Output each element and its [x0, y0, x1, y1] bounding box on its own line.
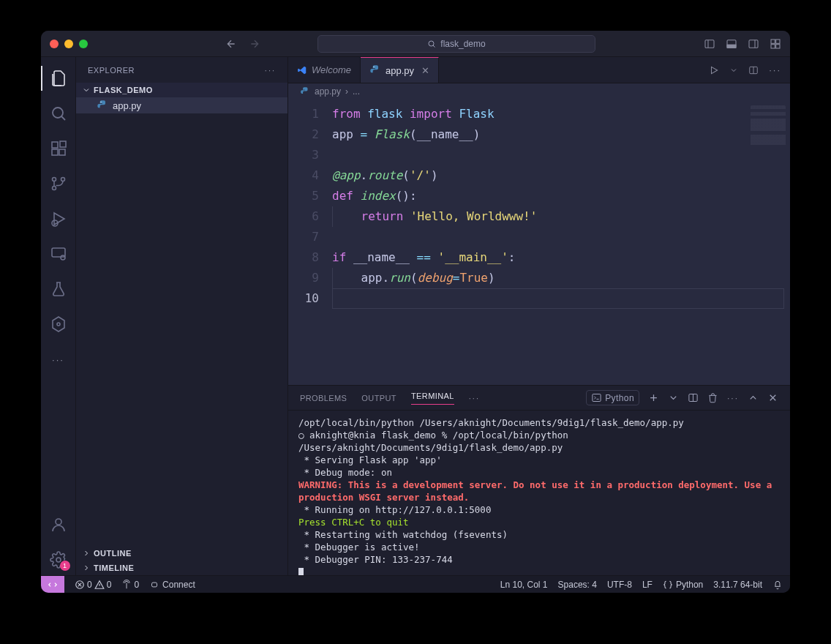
panel-tabs: PROBLEMS OUTPUT TERMINAL ··· Python ···	[288, 386, 790, 411]
branch-icon	[50, 175, 67, 192]
outline-label: OUTLINE	[94, 549, 132, 558]
editor-more-icon[interactable]: ···	[769, 64, 781, 75]
panel-tabs-more-icon[interactable]: ···	[469, 394, 480, 402]
editor-actions: ···	[700, 57, 790, 83]
sidebar-header: EXPLORER ···	[76, 57, 287, 83]
svg-point-9	[53, 108, 63, 118]
breadcrumb-file: app.py	[315, 86, 341, 97]
file-tree[interactable]: app.py	[76, 97, 287, 546]
close-window-button[interactable]	[50, 40, 59, 48]
nav-forward-icon[interactable]	[249, 38, 260, 50]
panel-tab-terminal[interactable]: TERMINAL	[411, 392, 454, 405]
python-file-icon	[369, 64, 381, 76]
status-connect[interactable]: Connect	[149, 580, 195, 590]
hexagon-icon	[50, 315, 67, 333]
activity-accounts[interactable]	[41, 509, 76, 540]
status-ports[interactable]: 0	[121, 580, 139, 590]
tab-app-py[interactable]: app.py ✕	[361, 57, 439, 83]
terminal-output[interactable]: /opt/local/bin/python /Users/aknight/Doc…	[288, 411, 790, 575]
chevron-down-icon[interactable]	[668, 392, 679, 403]
timeline-section[interactable]: TIMELINE	[76, 561, 287, 575]
close-panel-icon[interactable]	[767, 392, 778, 403]
activity-remote[interactable]	[41, 239, 76, 269]
run-icon[interactable]	[709, 65, 719, 75]
sidebar-more-icon[interactable]: ···	[265, 66, 276, 75]
folder-name: FLASK_DEMO	[94, 86, 153, 94]
editor-tabs: Welcome app.py ✕ ···	[288, 57, 790, 83]
titlebar: flask_demo	[41, 31, 790, 57]
ellipsis-icon: ···	[52, 354, 64, 365]
svg-point-16	[52, 187, 56, 190]
status-errors[interactable]: 0 0	[75, 580, 111, 590]
status-indent[interactable]: Spaces: 4	[558, 580, 597, 590]
outline-section[interactable]: OUTLINE	[76, 546, 287, 561]
chevron-up-icon[interactable]	[748, 392, 759, 403]
status-bar: 0 0 0 Connect Ln 10, Col 1 Spaces: 4 UTF…	[41, 575, 790, 593]
activity-search[interactable]	[41, 98, 76, 129]
activity-source-control[interactable]	[41, 168, 76, 199]
language-label: Python	[676, 580, 703, 590]
activity-testing[interactable]	[41, 274, 76, 304]
toggle-panel-right-icon[interactable]	[748, 38, 759, 50]
svg-rect-5	[771, 40, 775, 43]
nav-back-icon[interactable]	[225, 38, 237, 50]
split-terminal-icon[interactable]	[688, 392, 699, 403]
status-language[interactable]: Python	[663, 580, 703, 590]
toggle-panel-bottom-icon[interactable]	[726, 38, 737, 50]
bell-icon[interactable]	[772, 580, 783, 590]
activity-run-debug[interactable]	[41, 203, 76, 234]
tab-welcome-label: Welcome	[312, 64, 351, 75]
toggle-panel-left-icon[interactable]	[704, 38, 715, 50]
code-content[interactable]: from flask import Flaskapp = Flask(__nam…	[332, 100, 790, 385]
file-tree-item[interactable]: app.py	[76, 97, 287, 113]
svg-rect-7	[771, 44, 775, 48]
panel-tab-output[interactable]: OUTPUT	[361, 394, 396, 402]
activity-extra[interactable]	[41, 309, 76, 340]
activity-settings[interactable]: 1	[41, 544, 76, 575]
chevron-down-icon[interactable]	[729, 66, 738, 75]
remote-icon	[48, 580, 58, 590]
svg-rect-8	[776, 44, 780, 48]
activity-extensions[interactable]	[41, 133, 76, 164]
terminal-shell-picker[interactable]: Python	[586, 390, 639, 405]
sidebar-title: EXPLORER	[88, 66, 135, 75]
new-terminal-icon[interactable]	[648, 392, 659, 403]
panel-more-icon[interactable]: ···	[727, 393, 739, 403]
breadcrumb-sep: ›	[345, 86, 348, 97]
python-file-icon	[300, 86, 310, 97]
tab-welcome[interactable]: Welcome	[288, 57, 361, 83]
breadcrumb[interactable]: app.py › ...	[288, 83, 790, 100]
minimize-window-button[interactable]	[64, 40, 73, 48]
breadcrumb-more: ...	[353, 86, 360, 97]
close-tab-icon[interactable]: ✕	[421, 65, 429, 76]
status-eol[interactable]: LF	[642, 580, 653, 590]
status-ln-col[interactable]: Ln 10, Col 1	[500, 580, 548, 590]
sidebar-collapsed-sections: OUTLINE TIMELINE	[76, 546, 287, 575]
explorer-sidebar: EXPLORER ··· FLASK_DEMO app.py OUTLINE	[76, 57, 288, 575]
kill-terminal-icon[interactable]	[707, 392, 718, 403]
line-gutter: 12345678910	[288, 100, 332, 385]
error-count: 0	[87, 580, 92, 590]
status-encoding[interactable]: UTF-8	[607, 580, 632, 590]
folder-section-header[interactable]: FLASK_DEMO	[76, 83, 287, 97]
status-interpreter[interactable]: 3.11.7 64-bit	[713, 580, 762, 590]
split-editor-icon[interactable]	[748, 65, 759, 75]
svg-point-21	[56, 519, 61, 525]
maximize-window-button[interactable]	[79, 40, 88, 48]
search-icon	[427, 40, 436, 48]
svg-rect-29	[152, 583, 157, 587]
activity-overflow[interactable]: ···	[41, 344, 76, 375]
command-center[interactable]: flask_demo	[317, 35, 595, 53]
panel-tab-problems[interactable]: PROBLEMS	[300, 394, 347, 402]
connect-label: Connect	[162, 580, 195, 590]
customize-layout-icon[interactable]	[770, 38, 781, 50]
svg-point-22	[56, 558, 61, 562]
code-editor[interactable]: 12345678910 from flask import Flaskapp =…	[288, 100, 790, 385]
remote-indicator[interactable]	[41, 576, 64, 594]
vscode-icon	[297, 65, 307, 75]
bottom-panel: PROBLEMS OUTPUT TERMINAL ··· Python ···	[288, 385, 790, 575]
tab-active-label: app.py	[386, 65, 414, 76]
minimap[interactable]	[751, 105, 786, 152]
python-file-icon	[97, 100, 108, 111]
activity-explorer[interactable]	[41, 63, 76, 94]
